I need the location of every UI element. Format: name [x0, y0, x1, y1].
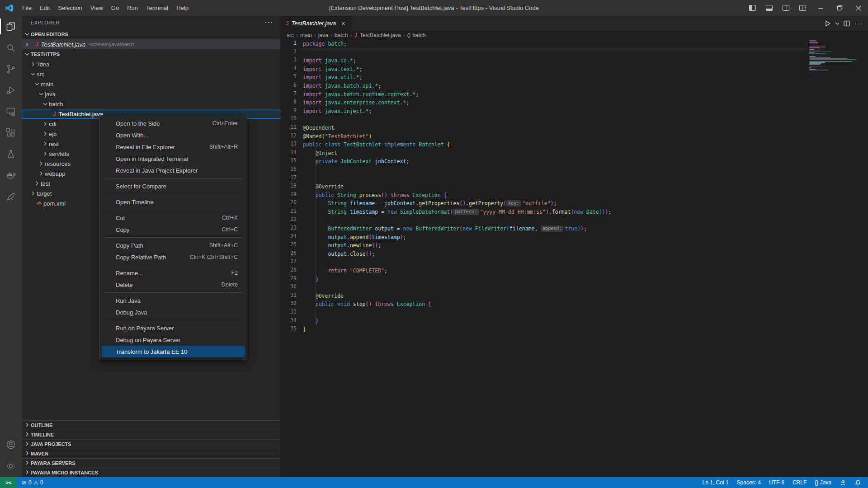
line-number[interactable]: 2: [280, 48, 300, 57]
section-outline[interactable]: OUTLINE: [22, 420, 280, 430]
line-number[interactable]: 29: [280, 275, 300, 284]
close-editor-icon[interactable]: ×: [25, 41, 33, 48]
code-line-17[interactable]: [303, 174, 868, 183]
menu-item-open-timeline[interactable]: Open Timeline: [102, 196, 245, 208]
code-line-19[interactable]: public String process() throws Exception…: [303, 191, 868, 200]
testing-beaker-icon[interactable]: [0, 143, 22, 164]
code-line-5[interactable]: import java.util.*;: [303, 73, 868, 82]
editor-more-actions-icon[interactable]: ···: [853, 18, 864, 29]
tab-testbatchlet[interactable]: J TestBatchlet.java ×: [280, 16, 351, 31]
menu-selection[interactable]: Selection: [54, 5, 86, 11]
line-number[interactable]: 16: [280, 166, 300, 174]
menu-go[interactable]: Go: [107, 5, 123, 11]
menu-item-reveal-in-file-explorer[interactable]: Reveal in File ExplorerShift+Alt+R: [102, 141, 245, 153]
line-number-gutter[interactable]: 1234567891011121314151617181920212223242…: [280, 40, 300, 334]
breadcrumb-item-main[interactable]: main: [300, 32, 312, 38]
code-line-12[interactable]: @Named("TestBatchlet"): [303, 132, 868, 141]
section-maven[interactable]: MAVEN: [22, 449, 280, 458]
line-number[interactable]: 33: [280, 309, 300, 317]
code-line-21[interactable]: String timestamp = new SimpleDateFormat(…: [303, 208, 868, 216]
statusbar-cursor-position[interactable]: Ln 1, Col 1: [703, 479, 729, 486]
line-number[interactable]: 1: [280, 40, 300, 48]
open-editors-header[interactable]: OPEN EDITORS: [22, 29, 280, 39]
tree-item-src[interactable]: src: [22, 69, 280, 79]
code-line-16[interactable]: [303, 166, 868, 174]
line-number[interactable]: 10: [280, 115, 300, 124]
menu-terminal[interactable]: Terminal: [142, 5, 172, 11]
minimize-icon[interactable]: [811, 0, 830, 16]
menu-item-debug-on-payara-server[interactable]: Debug on Payara Server: [102, 334, 245, 346]
section-payara-micro-instances[interactable]: PAYARA MICRO INSTANCES: [22, 468, 280, 477]
code-line-11[interactable]: @Dependent: [303, 124, 868, 132]
line-number[interactable]: 21: [280, 208, 300, 216]
code-line-4[interactable]: import java.text.*;: [303, 65, 868, 74]
menu-edit[interactable]: Edit: [36, 5, 54, 11]
line-number[interactable]: 26: [280, 250, 300, 258]
line-number[interactable]: 18: [280, 183, 300, 191]
close-icon[interactable]: [849, 0, 868, 16]
section-payara-servers[interactable]: PAYARA SERVERS: [22, 458, 280, 468]
code-line-34[interactable]: }: [303, 317, 868, 326]
open-editor-item[interactable]: × J TestBatchlet.java src\main\java\batc…: [22, 39, 280, 49]
statusbar-indentation[interactable]: Spaces: 4: [737, 479, 761, 486]
code-line-31[interactable]: @Override: [303, 292, 868, 300]
project-section-header[interactable]: TESTHTTPS: [22, 49, 280, 59]
line-number[interactable]: 7: [280, 90, 300, 99]
menu-item-debug-java[interactable]: Debug Java: [102, 306, 245, 318]
statusbar-feedback[interactable]: [840, 479, 846, 486]
section-java-projects[interactable]: JAVA PROJECTS: [22, 439, 280, 449]
sidebar-more-actions-icon[interactable]: ···: [264, 20, 273, 25]
line-number[interactable]: 3: [280, 56, 300, 65]
account-icon[interactable]: [0, 434, 22, 455]
code-line-18[interactable]: @Override: [303, 183, 868, 191]
statusbar-eol[interactable]: CRLF: [793, 479, 807, 486]
line-number[interactable]: 4: [280, 65, 300, 74]
breadcrumb-item-testbatchlet-java[interactable]: JTestBatchlet.java: [354, 32, 401, 38]
line-number[interactable]: 20: [280, 199, 300, 208]
minimap[interactable]: [809, 40, 862, 275]
menu-item-run-java[interactable]: Run Java: [102, 295, 245, 306]
line-number[interactable]: 25: [280, 241, 300, 250]
remote-indicator[interactable]: ><: [0, 477, 17, 488]
code-line-1[interactable]: package batch;: [303, 40, 868, 48]
line-number[interactable]: 6: [280, 82, 300, 90]
line-number[interactable]: 11: [280, 124, 300, 132]
line-number[interactable]: 8: [280, 99, 300, 107]
line-number[interactable]: 28: [280, 267, 300, 275]
code-line-30[interactable]: [303, 283, 868, 292]
code-line-20[interactable]: String filename = jobContext.getProperti…: [303, 199, 868, 208]
problems-status[interactable]: ⊘ 0 △ 0: [22, 479, 46, 486]
menu-view[interactable]: View: [86, 5, 107, 11]
line-number[interactable]: 22: [280, 216, 300, 225]
customize-layout-icon[interactable]: [799, 5, 806, 11]
source-control-icon[interactable]: [0, 58, 22, 80]
code-line-15[interactable]: private JobContext jobContext;: [303, 157, 868, 166]
menu-item-cut[interactable]: CutCtrl+X: [102, 212, 245, 224]
settings-gear-icon[interactable]: [0, 455, 22, 476]
line-number[interactable]: 34: [280, 317, 300, 326]
split-editor-icon[interactable]: [841, 18, 853, 29]
code-line-27[interactable]: [303, 258, 868, 267]
line-number[interactable]: 32: [280, 300, 300, 309]
breadcrumb-item-java[interactable]: java: [318, 32, 328, 38]
line-number[interactable]: 23: [280, 225, 300, 233]
menu-item-copy-path[interactable]: Copy PathShift+Alt+C: [102, 239, 245, 251]
code-line-26[interactable]: output.close();: [303, 250, 868, 258]
remote-explorer-icon[interactable]: [0, 101, 22, 122]
line-number[interactable]: 31: [280, 292, 300, 300]
code-line-3[interactable]: import java.io.*;: [303, 56, 868, 65]
breadcrumb-item-batch[interactable]: {}batch: [407, 32, 426, 38]
files-icon[interactable]: [0, 16, 22, 37]
line-number[interactable]: 9: [280, 107, 300, 116]
payara-fish-icon[interactable]: [0, 186, 22, 207]
line-number[interactable]: 27: [280, 258, 300, 267]
breadcrumb-item-src[interactable]: src: [287, 32, 294, 38]
line-number[interactable]: 5: [280, 73, 300, 82]
code-line-23[interactable]: BufferedWriter output = new BufferedWrit…: [303, 225, 868, 233]
line-number[interactable]: 17: [280, 174, 300, 183]
line-number[interactable]: 12: [280, 132, 300, 141]
code-line-25[interactable]: output.newLine();: [303, 241, 868, 250]
code-line-22[interactable]: [303, 216, 868, 225]
search-icon[interactable]: [0, 37, 22, 58]
menu-item-open-in-integrated-terminal[interactable]: Open in Integrated Terminal: [102, 153, 245, 164]
